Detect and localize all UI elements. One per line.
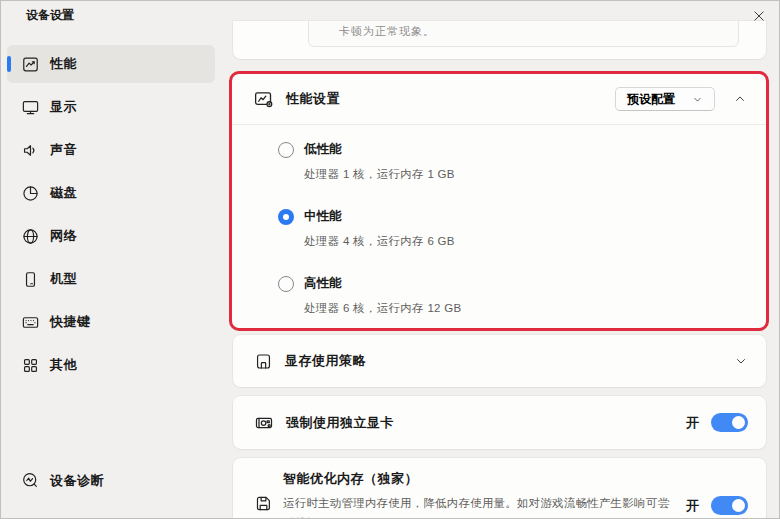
sidebar-item-label: 网络 <box>50 227 77 245</box>
chevron-up-icon <box>733 92 747 106</box>
gpu-card-icon <box>254 413 274 433</box>
performance-settings-header: 性能设置 预设配置 <box>232 74 766 125</box>
vram-card-icon <box>254 352 273 371</box>
section-title: 强制使用独立显卡 <box>286 414 394 432</box>
sidebar-footer-label: 设备诊断 <box>50 472 104 490</box>
monitor-icon <box>21 98 40 117</box>
sidebar-item-hotkeys[interactable]: 快捷键 <box>7 303 215 341</box>
sidebar-item-others[interactable]: 其他 <box>7 346 215 384</box>
pie-chart-icon <box>21 184 40 203</box>
section-title: 智能优化内存（独家） <box>283 470 675 488</box>
smart-memory-text: 智能优化内存（独家） 运行时主动管理内存使用，降低内存使用量。如对游戏流畅性产生… <box>283 470 675 519</box>
preset-config-dropdown[interactable]: 预设配置 <box>615 87 715 111</box>
option-description: 处理器 1 核，运行内存 1 GB <box>304 167 766 182</box>
sidebar-item-label: 磁盘 <box>50 184 77 202</box>
gpu-toggle-on[interactable] <box>711 413 748 432</box>
toggle-state-label: 开 <box>686 497 699 515</box>
option-description: 处理器 4 核，运行内存 6 GB <box>304 234 766 249</box>
option-description: 处理器 6 核，运行内存 12 GB <box>304 301 766 316</box>
option-medium-performance[interactable]: 中性能 处理器 4 核，运行内存 6 GB <box>278 208 766 249</box>
force-discrete-gpu-section: 强制使用独立显卡 开 <box>233 396 766 449</box>
performance-chart-icon <box>21 55 40 74</box>
performance-options: 低性能 处理器 1 核，运行内存 1 GB 中性能 处理器 4 核，运行内存 6… <box>232 125 766 316</box>
option-label: 低性能 <box>304 141 342 158</box>
collapse-section-button[interactable] <box>729 88 751 110</box>
performance-settings-section: 性能设置 预设配置 低性能 处理器 1 核，运行内存 1 GB <box>229 71 769 331</box>
floppy-disk-icon <box>254 494 273 513</box>
smart-memory-controls: 开 <box>686 496 748 515</box>
window-title: 设备设置 <box>26 7 74 24</box>
scrolled-note-text: 卡顿为正常现象。 <box>339 24 435 39</box>
globe-icon <box>21 227 40 246</box>
chevron-down-icon[interactable] <box>734 354 748 368</box>
radio-selected[interactable] <box>278 209 294 225</box>
option-label: 中性能 <box>304 208 342 225</box>
radio-unselected[interactable] <box>278 276 294 292</box>
sidebar-item-performance[interactable]: 性能 <box>7 45 215 83</box>
device-settings-window: 设备设置 性能 显示 声音 <box>0 0 780 519</box>
sidebar-item-sound[interactable]: 声音 <box>7 131 215 169</box>
sidebar-item-diagnostics[interactable]: 设备诊断 <box>21 471 104 490</box>
active-indicator <box>7 56 11 72</box>
sidebar-item-network[interactable]: 网络 <box>7 217 215 255</box>
sidebar-item-disk[interactable]: 磁盘 <box>7 174 215 212</box>
scrolled-note-box: 卡顿为正常现象。 <box>308 21 739 47</box>
keyboard-icon <box>21 313 40 332</box>
option-high-performance[interactable]: 高性能 处理器 6 核，运行内存 12 GB <box>278 275 766 316</box>
toggle-state-label: 开 <box>686 414 699 432</box>
option-label: 高性能 <box>304 275 342 292</box>
section-description: 运行时主动管理内存使用，降低内存使用量。如对游戏流畅性产生影响可尝试关闭。 <box>283 494 675 519</box>
diagnostics-pulse-icon <box>21 471 40 490</box>
sidebar-item-label: 显示 <box>50 98 77 116</box>
section-title: 性能设置 <box>286 90 340 108</box>
performance-settings-icon <box>253 89 274 110</box>
speaker-icon <box>21 141 40 160</box>
section-title: 显存使用策略 <box>285 352 366 370</box>
sidebar-item-label: 机型 <box>50 270 77 288</box>
chevron-down-icon <box>692 94 703 105</box>
preset-config-label: 预设配置 <box>627 91 675 108</box>
previous-section-card: 卡顿为正常现象。 <box>233 21 766 59</box>
sidebar: 性能 显示 声音 磁盘 <box>7 45 215 389</box>
sidebar-item-label: 快捷键 <box>50 313 91 331</box>
grid-icon <box>21 356 40 375</box>
memory-toggle-on[interactable] <box>711 496 748 515</box>
sidebar-item-label: 性能 <box>50 55 77 73</box>
sidebar-item-label: 其他 <box>50 356 77 374</box>
sidebar-item-display[interactable]: 显示 <box>7 88 215 126</box>
tablet-icon <box>21 270 40 289</box>
vram-strategy-section[interactable]: 显存使用策略 <box>233 335 766 387</box>
smart-memory-section: 智能优化内存（独家） 运行时主动管理内存使用，降低内存使用量。如对游戏流畅性产生… <box>233 458 766 519</box>
radio-unselected[interactable] <box>278 142 294 158</box>
sidebar-item-label: 声音 <box>50 141 77 159</box>
option-low-performance[interactable]: 低性能 处理器 1 核，运行内存 1 GB <box>278 141 766 182</box>
sidebar-item-device-model[interactable]: 机型 <box>7 260 215 298</box>
